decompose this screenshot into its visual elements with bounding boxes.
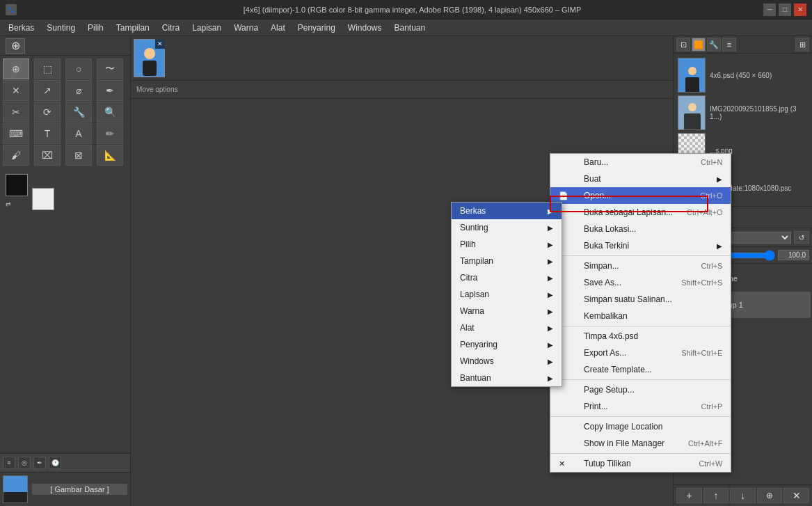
tool-paint[interactable]: ✒	[97, 80, 123, 101]
new-layer-btn[interactable]: +	[676, 488, 702, 503]
tool-crop[interactable]: ✕	[3, 80, 29, 101]
opacity-input[interactable]	[778, 250, 809, 260]
submenu-sunting[interactable]: Sunting ▶	[452, 219, 562, 236]
menu-tampilan[interactable]: Tampilan	[111, 22, 155, 34]
duplicate-layer-btn[interactable]: ⊕	[757, 488, 783, 503]
dock-icon[interactable]: ⊞	[795, 38, 809, 52]
tab-4x6[interactable]: ✕	[134, 39, 165, 77]
raise-layer-btn[interactable]: ↑	[703, 488, 729, 503]
ctx-baru[interactable]: Baru... Ctrl+N	[550, 154, 731, 171]
close-icon-ctx: ✕	[559, 459, 570, 468]
tool-brush[interactable]: 🖌	[3, 145, 29, 166]
swap-colors[interactable]: ⇄	[6, 200, 11, 207]
open-icon: 📄	[559, 191, 570, 200]
menu-sunting[interactable]: Sunting	[41, 22, 81, 34]
submenu-alat[interactable]: Alat ▶	[452, 319, 562, 336]
submenu-lapisan[interactable]: Lapisan ▶	[452, 286, 562, 303]
thumb-img2[interactable]: IMG20200925101855.jpg (31...)	[676, 94, 809, 132]
ctx-show-file-manager[interactable]: Show in File Manager Ctrl+Alt+F	[550, 435, 731, 452]
tool-transform[interactable]: ↗	[34, 80, 61, 101]
layers-tab-icon[interactable]: ≡	[3, 457, 15, 469]
thumb-img2-label: IMG20200925101855.jpg (31...)	[710, 105, 808, 120]
submenu-bantuan[interactable]: Bantuan ▶	[452, 370, 562, 386]
menu-citra[interactable]: Citra	[157, 22, 185, 34]
ctx-buat[interactable]: Buat ▶	[550, 171, 731, 187]
tool-text[interactable]: T	[34, 123, 61, 144]
svg-point-1	[144, 48, 155, 59]
foreground-color[interactable]	[6, 174, 28, 196]
ctx-timpa[interactable]: Timpa 4x6.psd	[550, 328, 731, 345]
submenu-warna[interactable]: Warna ▶	[452, 303, 562, 319]
delete-layer-btn[interactable]: ✕	[783, 488, 809, 503]
tool-clone[interactable]: ⌀	[65, 80, 92, 101]
menu-bantuan[interactable]: Bantuan	[389, 22, 431, 34]
ctx-save-as[interactable]: Save As... Shift+Ctrl+S	[550, 274, 731, 291]
tool-pencil[interactable]: ✏	[97, 123, 123, 144]
ctx-sep4	[550, 416, 731, 417]
paths-tab-icon[interactable]: ✒	[33, 457, 46, 469]
ctx-buka-terkini[interactable]: Buka Terkini ▶	[550, 237, 731, 254]
submenu-berkas[interactable]: Berkas ▶	[452, 203, 562, 219]
tool-fill[interactable]: ⊠	[65, 145, 92, 166]
tool-path[interactable]: ⌨	[3, 123, 29, 144]
layer-thumbnail	[3, 475, 28, 503]
title-bar: 🐾 [4x6] (diimpor)-1.0 (RGB color 8-bit g…	[0, 0, 812, 19]
menu-berkas[interactable]: Berkas	[3, 22, 40, 34]
thumb-4x6[interactable]: 4x6.psd (450 × 660)	[676, 56, 809, 94]
lower-layer-btn[interactable]: ↓	[730, 488, 756, 503]
menu-pilih[interactable]: Pilih	[82, 22, 109, 34]
ctx-tutup-tilikan[interactable]: ✕ Tutup Tilikan Ctrl+W	[550, 455, 731, 472]
tool-heal[interactable]: 🔧	[65, 102, 92, 122]
menu-windows[interactable]: Windows	[342, 22, 388, 34]
app-icon: 🐾	[6, 4, 17, 15]
ctx-open[interactable]: 📄 Open... Ctrl+O	[550, 187, 731, 204]
close-button[interactable]: ✕	[794, 3, 806, 16]
menu-lapisan[interactable]: Lapisan	[186, 22, 227, 34]
tool-grid: ⊕ ⬚ ○ 〜 ✕ ↗ ⌀ ✒ ✂ ⟳ 🔧 🔍 ⌨ T A ✏ 🖌 ⌧ ⊠ 📐	[0, 56, 130, 168]
tool-zoom[interactable]: 🔍	[97, 102, 123, 122]
tool-free-select[interactable]: 〜	[97, 58, 123, 79]
color-picker[interactable]: ⇄	[6, 174, 54, 210]
tool-rect-select[interactable]: ⬚	[34, 58, 61, 79]
channels-tab-icon[interactable]: ◎	[18, 457, 31, 469]
tool-erase[interactable]: ⌧	[34, 145, 61, 166]
window-title: [4x6] (diimpor)-1.0 (RGB color 8-bit gam…	[61, 6, 763, 14]
submenu-penyaring[interactable]: Penyaring ▶	[452, 336, 562, 353]
cycle-mode-btn[interactable]: ↺	[794, 231, 809, 244]
tool-scissors[interactable]: ✂	[3, 102, 29, 122]
ctx-create-template[interactable]: Create Template...	[550, 361, 731, 378]
ctx-buka-lokasi[interactable]: Buka Lokasi...	[550, 221, 731, 237]
tool-measure[interactable]: 📐	[97, 145, 123, 166]
more-icon[interactable]: ≡	[722, 38, 736, 52]
minimize-button[interactable]: ─	[763, 3, 776, 16]
ctx-simpan[interactable]: Simpan... Ctrl+S	[550, 258, 731, 274]
menu-penyaring[interactable]: Penyaring	[292, 22, 341, 34]
ctx-sep3	[550, 379, 731, 380]
ctx-export-as[interactable]: Export As... Shift+Ctrl+E	[550, 345, 731, 361]
maximize-button[interactable]: □	[779, 3, 791, 16]
tools-icon[interactable]: 🔧	[707, 38, 721, 52]
tool-select-color[interactable]: A	[65, 123, 92, 144]
ctx-print[interactable]: Print... Ctrl+P	[550, 398, 731, 415]
tool-move[interactable]: ⊕	[3, 58, 29, 79]
ctx-buka-lapisan[interactable]: Buka sebagai Lapisan... Ctrl+Alt+O	[550, 204, 731, 221]
background-color[interactable]	[32, 188, 54, 210]
submenu-pilih[interactable]: Pilih ▶	[452, 236, 562, 253]
submenu-windows[interactable]: Windows ▶	[452, 353, 562, 370]
layers-actions: + ↑ ↓ ⊕ ✕	[674, 484, 812, 506]
fullscreen-icon[interactable]: ⊡	[676, 38, 690, 52]
ctx-copy-location[interactable]: Copy Image Location	[550, 418, 731, 435]
tool-ellipse[interactable]: ○	[65, 58, 92, 79]
submenu-citra[interactable]: Citra ▶	[452, 269, 562, 286]
ctx-simpan-salinan[interactable]: Simpan suatu Salinan...	[550, 291, 731, 308]
ctx-kembalikan[interactable]: Kembalikan	[550, 308, 731, 324]
color-icon[interactable]: 🟧	[692, 38, 706, 52]
tab-close-4x6[interactable]: ✕	[155, 39, 165, 49]
menu-warna[interactable]: Warna	[228, 22, 264, 34]
submenu-tampilan[interactable]: Tampilan ▶	[452, 253, 562, 269]
tool-rotate[interactable]: ⟳	[34, 102, 61, 122]
history-tab-icon[interactable]: 🕐	[49, 457, 61, 469]
move-tool-active[interactable]: ⊕	[6, 38, 25, 54]
ctx-page-setup[interactable]: Page Setup...	[550, 381, 731, 398]
menu-alat[interactable]: Alat	[265, 22, 291, 34]
